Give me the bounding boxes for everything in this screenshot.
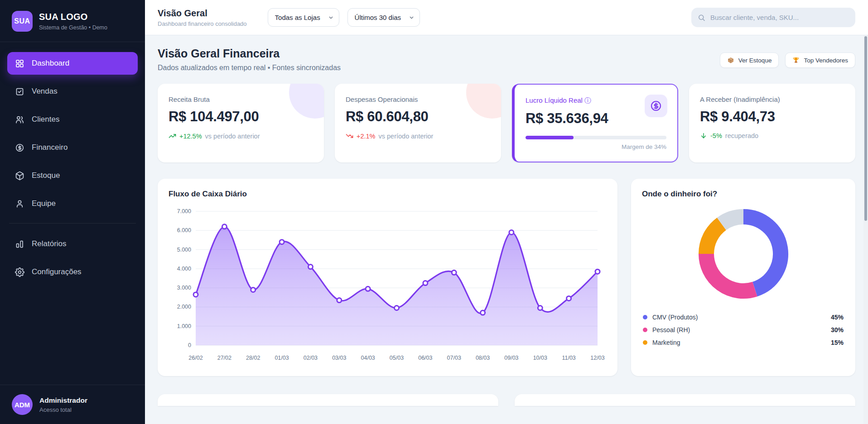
sidebar-item-label: Financeiro [32, 143, 68, 152]
brand-logo: SUA [12, 11, 33, 32]
package-icon [727, 57, 734, 64]
sidebar-item-label: Dashboard [32, 59, 69, 68]
kpi-card-lucro-liquido: Lucro Líquido Real ⓘ R$ 35.636,94 Margem… [512, 84, 678, 162]
gear-icon [14, 267, 24, 277]
check-square-icon [14, 86, 24, 96]
sidebar-item-label: Vendas [32, 87, 58, 96]
legend-row: CMV (Produtos)45% [642, 311, 844, 324]
kpi-card-receita-bruta: Receita Bruta R$ 104.497,00 +12.5% vs pe… [158, 84, 324, 162]
topbar: Visão Geral Dashboard financeiro consoli… [145, 0, 868, 35]
store-filter-select[interactable]: Todas as Lojas [268, 8, 339, 27]
sidebar-item-financeiro[interactable]: Financeiro [7, 136, 138, 159]
page-title: Visão Geral Financeira [158, 47, 341, 60]
brand-name: SUA LOGO [39, 12, 107, 22]
svg-text:06/03: 06/03 [418, 355, 432, 361]
kpi-trend-suffix: vs período anterior [379, 133, 434, 140]
sidebar-item-label: Estoque [32, 171, 60, 180]
sidebar: SUA SUA LOGO Sistema de Gestão • Demo Da… [0, 0, 145, 424]
kpi-value: R$ 9.404,73 [700, 109, 844, 125]
page-subtitle: Dados atualizados em tempo real • Fontes… [158, 64, 341, 72]
legend-dot [643, 328, 647, 332]
legend-label: Pessoal (RH) [652, 326, 690, 333]
svg-text:11/03: 11/03 [562, 355, 575, 361]
svg-text:2.000: 2.000 [177, 304, 191, 310]
svg-text:7.000: 7.000 [177, 208, 191, 214]
kpi-label: A Receber (Inadimplência) [700, 95, 844, 103]
cashflow-chart-card: Fluxo de Caixa Diário 01.0002.0003.0004.… [158, 179, 617, 376]
margin-note: Margem de 34% [526, 143, 666, 150]
user-role: Acesso total [39, 406, 87, 413]
legend-dot [643, 315, 647, 319]
svg-text:07/03: 07/03 [447, 355, 461, 361]
sidebar-item-relatorios[interactable]: Relatórios [7, 233, 138, 255]
page-header: Visão Geral Financeira Dados atualizados… [158, 47, 855, 72]
svg-text:28/02: 28/02 [246, 355, 260, 361]
user-name: Administrador [39, 396, 87, 405]
content: Visão Geral Financeira Dados atualizados… [145, 35, 868, 424]
margin-progress-fill [526, 136, 574, 139]
sidebar-item-estoque[interactable]: Estoque [7, 164, 138, 187]
bottom-row [158, 394, 855, 406]
info-icon[interactable]: ⓘ [584, 96, 591, 104]
kpi-trend-pct: +2.1% [357, 133, 376, 140]
kpi-value: R$ 60.604,80 [346, 109, 490, 125]
charts-row: Fluxo de Caixa Diário 01.0002.0003.0004.… [158, 179, 855, 376]
svg-text:01/03: 01/03 [275, 355, 289, 361]
sidebar-user[interactable]: ADM Administrador Acesso total [0, 385, 145, 424]
svg-text:09/03: 09/03 [504, 355, 518, 361]
expense-donut-chart [691, 201, 796, 306]
period-filter-select[interactable]: Últimos 30 dias [347, 8, 420, 27]
legend-value: 30% [831, 326, 844, 333]
legend-dot [643, 340, 647, 345]
view-stock-button[interactable]: Ver Estoque [720, 52, 779, 68]
svg-text:02/03: 02/03 [304, 355, 318, 361]
kpi-card-despesas: Despesas Operacionais R$ 60.604,80 +2.1%… [335, 84, 501, 162]
sidebar-item-dashboard[interactable]: Dashboard [7, 52, 138, 75]
topbar-title-block: Visão Geral Dashboard financeiro consoli… [158, 8, 247, 27]
main-area: Visão Geral Dashboard financeiro consoli… [145, 0, 868, 424]
grid-icon [14, 58, 24, 68]
margin-progress-bar [526, 136, 666, 139]
cashflow-line-chart: 01.0002.0003.0004.0005.0006.0007.00026/0… [169, 204, 606, 365]
sidebar-item-configuracoes[interactable]: Configurações [7, 261, 138, 283]
expense-donut-card: Onde o dinheiro foi? CMV (Produtos)45%Pe… [631, 179, 855, 376]
trending-down-icon [346, 132, 353, 140]
kpi-trend-pct: +12.5% [179, 133, 202, 140]
brand-tagline: Sistema de Gestão • Demo [39, 24, 107, 31]
bar-chart-icon [14, 239, 24, 249]
legend-row: Pessoal (RH)30% [642, 324, 844, 336]
topbar-title: Visão Geral [158, 8, 247, 19]
box-icon [14, 171, 24, 181]
kpi-card-a-receber: A Receber (Inadimplência) R$ 9.404,73 -5… [689, 84, 855, 162]
partial-card [158, 394, 498, 406]
partial-card [515, 394, 855, 406]
expense-donut-title: Onde o dinheiro foi? [642, 190, 844, 199]
view-stock-label: Ver Estoque [738, 57, 772, 64]
svg-text:04/03: 04/03 [361, 355, 375, 361]
sidebar-item-equipe[interactable]: Equipe [7, 192, 138, 215]
dollar-circle-icon [645, 95, 667, 117]
top-sellers-button[interactable]: Top Vendedores [785, 52, 855, 68]
search-input[interactable] [691, 8, 855, 27]
legend-label: Marketing [652, 339, 680, 346]
trending-up-icon [169, 132, 176, 140]
sidebar-nav: DashboardVendasClientesFinanceiroEstoque… [0, 42, 145, 385]
sidebar-item-clientes[interactable]: Clientes [7, 108, 138, 131]
svg-text:27/02: 27/02 [217, 355, 231, 361]
top-sellers-label: Top Vendedores [804, 57, 848, 64]
kpi-trend-suffix: vs período anterior [205, 133, 260, 140]
svg-text:6.000: 6.000 [177, 227, 191, 233]
legend-row: Marketing15% [642, 336, 844, 349]
kpi-row: Receita Bruta R$ 104.497,00 +12.5% vs pe… [158, 84, 855, 162]
sidebar-item-label: Relatórios [32, 239, 67, 248]
svg-text:1.000: 1.000 [177, 323, 191, 329]
legend-value: 15% [831, 339, 844, 346]
scrollbar-thumb[interactable] [864, 36, 867, 221]
sidebar-item-vendas[interactable]: Vendas [7, 80, 138, 103]
svg-text:05/03: 05/03 [390, 355, 404, 361]
kpi-trend-pct: -5% [710, 132, 722, 139]
topbar-subtitle: Dashboard financeiro consolidado [158, 20, 247, 27]
sidebar-item-label: Configurações [32, 267, 82, 276]
trophy-icon [792, 57, 800, 64]
sidebar-item-label: Equipe [32, 199, 56, 208]
